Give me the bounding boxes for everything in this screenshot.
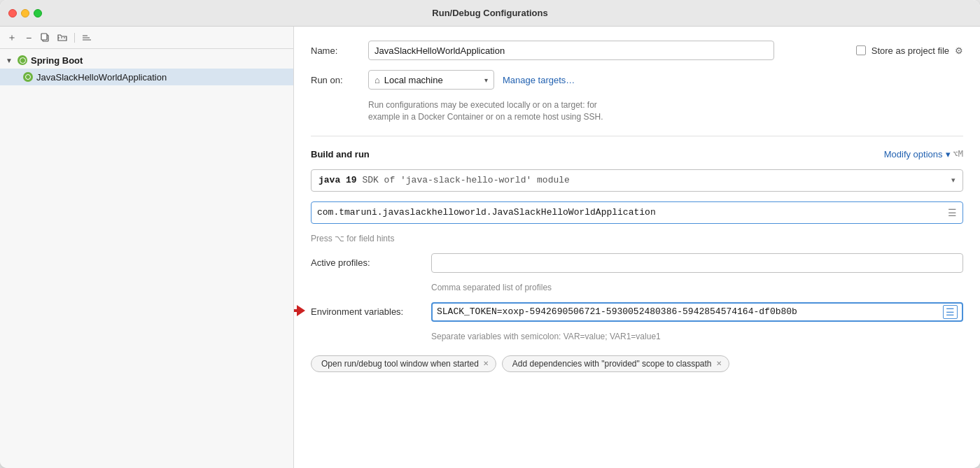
red-arrow-head xyxy=(297,305,305,316)
build-run-title: Build and run xyxy=(311,149,370,159)
window-title: Run/Debug Configurations xyxy=(432,8,547,18)
name-input[interactable] xyxy=(368,41,774,60)
copy-config-button[interactable] xyxy=(39,31,52,44)
sdk-rest-text: SDK of 'java-slack-hello-world' module xyxy=(357,175,570,185)
tree-item-app[interactable]: JavaSlackHelloWorldApplication xyxy=(0,69,293,85)
remove-config-button[interactable]: − xyxy=(22,31,35,44)
app-icon xyxy=(22,71,34,83)
sidebar: ＋ − xyxy=(0,27,294,468)
add-config-button[interactable]: ＋ xyxy=(6,31,18,44)
env-vars-row: Environment variables: ☰ xyxy=(311,302,963,322)
run-on-description: Run configurations may be executed local… xyxy=(368,99,963,123)
run-on-label: Run on: xyxy=(311,75,360,85)
config-panel: Name: Store as project file ⚙ Run on: ⌂ … xyxy=(294,27,980,468)
active-profiles-hint: Comma separated list of profiles xyxy=(431,283,963,292)
field-hint: Press ⌥ for field hints xyxy=(311,234,963,243)
tree-group-label: Spring Boot xyxy=(31,55,83,66)
sdk-dropdown-arrow: ▾ xyxy=(951,176,955,185)
sort-config-button[interactable] xyxy=(80,31,93,44)
sdk-text: java 19 SDK of 'java-slack-hello-world' … xyxy=(318,175,951,185)
spring-boot-group-icon xyxy=(17,55,28,66)
class-input-row: ☰ xyxy=(311,201,963,224)
env-vars-input-row: ☰ xyxy=(431,302,963,322)
tag-label-0: Open run/debug tool window when started xyxy=(321,359,479,369)
traffic-lights xyxy=(8,9,42,17)
sidebar-toolbar: ＋ − xyxy=(0,27,293,49)
close-button[interactable] xyxy=(8,9,17,17)
maximize-button[interactable] xyxy=(34,9,42,17)
tree-item-label: JavaSlackHelloWorldApplication xyxy=(36,72,167,83)
modify-options-button[interactable]: Modify options ▾ ⌥M xyxy=(884,149,963,159)
tag-chip-0: Open run/debug tool window when started … xyxy=(311,355,496,372)
modify-options-label: Modify options xyxy=(884,149,943,159)
chevron-down-icon: ▾ xyxy=(946,149,951,159)
tag-close-1[interactable]: ✕ xyxy=(716,360,722,367)
run-on-desc-line1: Run configurations may be executed local… xyxy=(368,100,597,110)
chevron-down-icon: ▼ xyxy=(6,57,14,64)
active-profiles-input[interactable] xyxy=(431,253,963,273)
svg-rect-1 xyxy=(41,34,47,40)
run-on-select[interactable]: ⌂ Local machine ▾ xyxy=(368,70,494,90)
name-label: Name: xyxy=(311,45,360,56)
sdk-dropdown[interactable]: java 19 SDK of 'java-slack-hello-world' … xyxy=(311,169,963,192)
run-on-desc-line2: example in a Docker Container or on a re… xyxy=(368,112,603,122)
env-vars-browse-icon[interactable]: ☰ xyxy=(943,305,958,319)
sdk-bold-text: java 19 xyxy=(318,175,357,185)
tag-close-0[interactable]: ✕ xyxy=(483,360,489,367)
class-input[interactable] xyxy=(317,207,948,218)
env-vars-input[interactable] xyxy=(437,306,943,317)
active-profiles-label: Active profiles: xyxy=(311,253,423,268)
config-top-row: Name: Store as project file ⚙ xyxy=(311,41,963,60)
tree-group-spring-boot-header[interactable]: ▼ Spring Boot xyxy=(0,52,293,69)
sidebar-tree: ▼ Spring Boot JavaSlackHelloWorldApplica… xyxy=(0,49,293,468)
modify-options-shortcut: ⌥M xyxy=(953,149,963,159)
tree-group-spring-boot: ▼ Spring Boot JavaSlackHelloWorldApplica… xyxy=(0,52,293,85)
section-divider xyxy=(311,136,963,136)
minimize-button[interactable] xyxy=(21,9,29,17)
manage-targets-link[interactable]: Manage targets… xyxy=(503,75,575,85)
store-project-label: Store as project file xyxy=(872,45,949,56)
spring-boot-icon xyxy=(18,55,27,65)
title-bar: Run/Debug Configurations xyxy=(0,0,980,27)
active-profiles-content xyxy=(431,253,963,273)
main-window: Run/Debug Configurations ＋ − xyxy=(0,0,980,468)
red-arrow-indicator xyxy=(294,305,305,316)
tag-chip-1: Add dependencies with "provided" scope t… xyxy=(502,355,729,372)
store-project-row: Store as project file ⚙ xyxy=(856,45,963,56)
spring-app-icon xyxy=(23,72,33,82)
chevron-down-icon: ▾ xyxy=(484,76,488,84)
env-vars-label: Environment variables: xyxy=(311,302,423,317)
folder-config-button[interactable] xyxy=(56,31,69,44)
tag-label-1: Add dependencies with "provided" scope t… xyxy=(512,359,712,369)
toolbar-divider xyxy=(74,33,75,43)
env-vars-hint: Separate variables with semicolon: VAR=v… xyxy=(431,332,963,341)
home-icon: ⌂ xyxy=(374,75,380,85)
tags-row: Open run/debug tool window when started … xyxy=(311,355,963,372)
gear-icon[interactable]: ⚙ xyxy=(955,45,963,56)
active-profiles-row: Active profiles: xyxy=(311,253,963,273)
run-on-value: Local machine xyxy=(384,75,480,85)
run-on-row: Run on: ⌂ Local machine ▾ Manage targets… xyxy=(311,70,963,90)
main-content: ＋ − xyxy=(0,27,980,468)
browse-icon[interactable]: ☰ xyxy=(948,207,957,218)
store-project-checkbox[interactable] xyxy=(856,45,866,55)
build-run-header: Build and run Modify options ▾ ⌥M xyxy=(311,149,963,159)
name-row: Name: xyxy=(311,41,856,60)
